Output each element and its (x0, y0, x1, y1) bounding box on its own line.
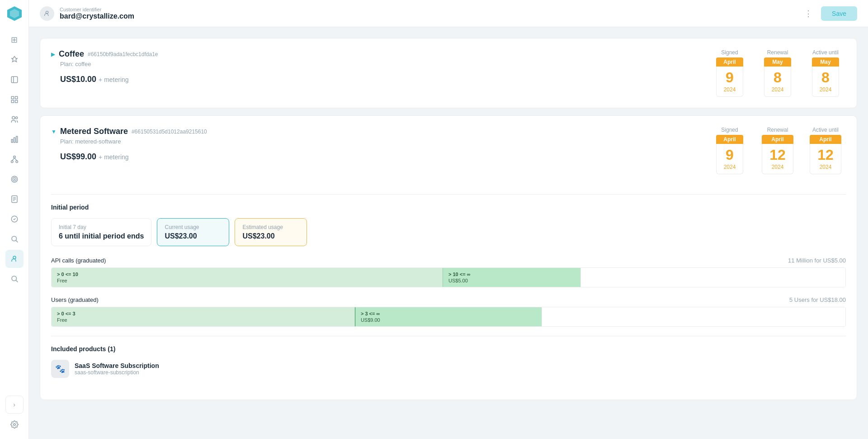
metered-software-active-until-box: 12 2024 (810, 144, 841, 174)
metered-software-renewal-label: Renewal (767, 127, 788, 133)
coffee-active-until-label: Active until (812, 49, 839, 56)
header-info: Customer identifier bard@crystallize.com (60, 7, 134, 20)
svg-point-31 (13, 424, 15, 426)
svg-rect-11 (14, 138, 15, 143)
save-button[interactable]: Save (821, 6, 857, 21)
coffee-signed-label: Signed (721, 49, 738, 56)
content-area: ▶ Coffee #66150bf9ada1fecbc1dfda1e Plan:… (29, 27, 868, 439)
included-products-section: Included products (1) 🐾 SaaS Software Su… (51, 345, 846, 378)
sidebar-item-grid[interactable] (5, 91, 24, 109)
included-products-title: Included products (1) (51, 345, 846, 353)
metered-software-signed-month: April (716, 135, 744, 144)
coffee-sub-price: US$10.00 + metering (60, 75, 158, 84)
sidebar-item-badge[interactable] (5, 210, 24, 228)
sidebar-item-settings[interactable] (5, 415, 24, 434)
svg-point-13 (13, 156, 15, 158)
api-calls-empty-segment (580, 268, 845, 287)
users-summary: 5 Users for US$18.00 (789, 296, 846, 303)
coffee-metering-label: + metering (99, 76, 129, 83)
metered-software-date-cols: Signed April 9 2024 Renewal April (709, 127, 846, 174)
svg-line-27 (16, 240, 18, 242)
coffee-date-cols: Signed April 9 2024 Renewal May (709, 49, 846, 97)
header: Customer identifier bard@crystallize.com… (29, 0, 868, 27)
metered-software-renewal-col: Renewal April 12 2024 (757, 127, 798, 174)
users-free-price: Free (57, 317, 75, 323)
users-bar: > 0 <= 3 Free > 3 <= ∞ US$9.00 (51, 307, 846, 327)
sidebar-item-dashboard[interactable]: ⊞ (5, 31, 24, 49)
sidebar-item-users[interactable] (5, 110, 24, 129)
coffee-renewal-day: 8 (772, 70, 784, 85)
sidebar-item-org[interactable] (5, 150, 24, 168)
more-options-button[interactable]: ⋮ (801, 6, 816, 21)
users-paid-price: US$9.00 (361, 317, 380, 323)
coffee-signed-badge: April 9 2024 (716, 57, 744, 97)
coffee-collapse-icon[interactable]: ▶ (51, 51, 55, 57)
metered-software-signed-badge: April 9 2024 (716, 135, 744, 174)
sidebar-item-search[interactable] (5, 230, 24, 248)
users-free-text: > 0 <= 3 Free (57, 311, 75, 323)
metered-software-sub-name: Metered Software (60, 127, 128, 136)
app-logo[interactable] (6, 5, 23, 22)
estimated-usage-value: US$23.00 (242, 232, 299, 240)
svg-line-17 (14, 158, 17, 161)
estimated-usage-card: Estimated usage US$23.00 (235, 218, 307, 246)
current-usage-value: US$23.00 (165, 232, 222, 240)
api-calls-paid-text: > 10 <= ∞ US$5.00 (448, 272, 471, 283)
metered-software-collapse-icon[interactable]: ▼ (51, 129, 57, 135)
svg-rect-7 (15, 100, 17, 103)
metered-software-subscription-card: ▼ Metered Software #66150531d5d1012aa921… (40, 115, 857, 400)
metered-software-renewal-month: April (762, 135, 793, 144)
estimated-usage-label: Estimated usage (242, 224, 299, 230)
coffee-card-left: ▶ Coffee #66150bf9ada1fecbc1dfda1e Plan:… (51, 49, 158, 84)
users-paid-range: > 3 <= ∞ (361, 311, 380, 316)
metered-software-active-until-col: Active until April 12 2024 (805, 127, 846, 174)
coffee-renewal-year: 2024 (772, 86, 784, 93)
coffee-renewal-badge: May 8 2024 (764, 57, 792, 97)
svg-point-14 (11, 161, 13, 163)
metered-software-metering-label: + metering (99, 153, 129, 161)
current-usage-card: Current usage US$23.00 (157, 218, 229, 246)
sidebar-item-book[interactable] (5, 71, 24, 89)
coffee-active-until-box: 8 2024 (812, 67, 840, 97)
product-icon: 🐾 (51, 360, 69, 378)
metered-software-card-header: ▼ Metered Software #66150531d5d1012aa921… (40, 116, 857, 185)
metered-software-renewal-year: 2024 (769, 164, 786, 170)
metered-software-signed-year: 2024 (724, 164, 736, 170)
sidebar-item-chart[interactable] (5, 130, 24, 148)
coffee-renewal-box: 8 2024 (764, 67, 792, 97)
api-calls-paid-price: US$5.00 (448, 278, 471, 283)
api-calls-paid-range: > 10 <= ∞ (448, 272, 471, 277)
svg-point-28 (13, 256, 16, 259)
product-row: 🐾 SaaS Software Subscription saas-softwa… (51, 360, 846, 378)
svg-point-8 (12, 116, 14, 119)
product-slug: saas-software-subscription (75, 369, 159, 376)
api-calls-free-range: > 0 <= 10 (57, 272, 78, 277)
users-title: Users (graduated) (51, 296, 99, 303)
sidebar-item-doc[interactable] (5, 190, 24, 208)
coffee-active-until-badge: May 8 2024 (812, 57, 840, 97)
sidebar-item-target[interactable] (5, 170, 24, 188)
sidebar-item-subscriptions[interactable] (5, 270, 24, 288)
svg-rect-4 (11, 96, 14, 99)
coffee-renewal-label: Renewal (767, 49, 788, 56)
sidebar-item-rocket[interactable] (5, 51, 24, 69)
users-paid-text: > 3 <= ∞ US$9.00 (361, 311, 380, 323)
api-calls-free-text: > 0 <= 10 Free (57, 272, 78, 283)
coffee-active-until-day: 8 (820, 70, 832, 85)
users-empty-segment (542, 307, 845, 326)
metered-software-signed-label: Signed (721, 127, 738, 133)
metered-software-renewal-badge: April 12 2024 (762, 135, 793, 174)
users-usage-section: Users (graduated) 5 Users for US$18.00 >… (51, 296, 846, 327)
api-calls-header: API calls (graduated) 11 Million for US$… (51, 257, 846, 264)
svg-rect-10 (11, 139, 13, 143)
product-name: SaaS Software Subscription (75, 362, 159, 369)
metered-software-active-until-label: Active until (812, 127, 839, 133)
sidebar-expand-button[interactable]: › (5, 396, 24, 414)
main-area: Customer identifier bard@crystallize.com… (29, 0, 868, 439)
sidebar-item-customer[interactable] (5, 250, 24, 268)
svg-rect-12 (16, 136, 17, 143)
metered-software-expanded-content: Initial period Initial 7 day 6 until ini… (40, 194, 857, 400)
coffee-signed-month: April (716, 57, 744, 67)
coffee-signed-day: 9 (724, 70, 736, 85)
customer-avatar (40, 6, 54, 21)
